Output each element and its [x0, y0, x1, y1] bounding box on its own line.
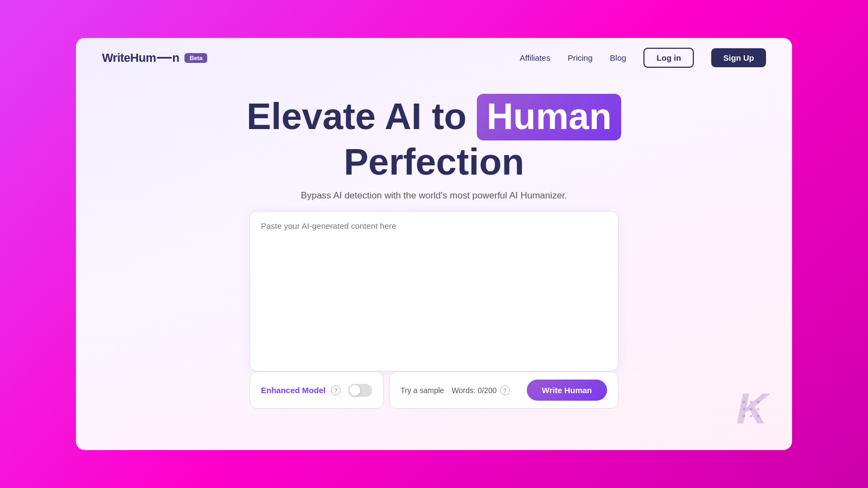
hero-title-highlight: Human	[477, 94, 621, 140]
logo-area: WriteHumn Beta	[102, 51, 207, 65]
enhanced-model-panel: Enhanced Model ?	[250, 371, 384, 409]
hero-subtitle: Bypass AI detection with the world's mos…	[301, 190, 567, 201]
words-count-text: Words: 0/200	[452, 386, 497, 395]
hero-title-post: Perfection	[344, 141, 525, 182]
enhanced-model-help-icon[interactable]: ?	[331, 386, 341, 395]
hero-title-pre: Elevate AI to	[247, 95, 467, 137]
enhanced-model-toggle[interactable]	[348, 384, 372, 397]
hero-title: Elevate AI to Human Perfection	[247, 94, 622, 183]
beta-badge: Beta	[184, 53, 207, 63]
signup-button[interactable]: Sign Up	[711, 48, 766, 67]
words-count: Words: 0/200 ?	[452, 386, 510, 395]
logo-text: WriteHumn	[102, 51, 179, 65]
navbar: WriteHumn Beta Affiliates Pricing Blog L…	[76, 38, 792, 78]
words-help-icon[interactable]: ?	[500, 386, 510, 395]
decorative-k: K	[736, 384, 768, 434]
editor-container	[250, 211, 618, 371]
login-button[interactable]: Log in	[643, 48, 694, 68]
nav-pricing[interactable]: Pricing	[567, 53, 592, 62]
bottom-toolbar: Enhanced Model ? Try a sample Words: 0/2…	[250, 371, 618, 409]
toggle-knob	[349, 385, 360, 396]
main-window: WriteHumn Beta Affiliates Pricing Blog L…	[76, 38, 792, 450]
nav-links: Affiliates Pricing Blog Log in Sign Up	[520, 48, 766, 68]
enhanced-model-label: Enhanced Model	[261, 386, 326, 395]
nav-blog[interactable]: Blog	[610, 53, 626, 62]
action-left: Try a sample Words: 0/200 ?	[400, 386, 509, 395]
hero-section: Elevate AI to Human Perfection Bypass AI…	[76, 78, 792, 201]
content-input[interactable]	[250, 211, 618, 369]
try-sample-link[interactable]: Try a sample	[400, 386, 444, 395]
action-panel: Try a sample Words: 0/200 ? Write Human	[389, 371, 618, 409]
nav-affiliates[interactable]: Affiliates	[520, 53, 550, 62]
write-human-button[interactable]: Write Human	[527, 380, 607, 401]
